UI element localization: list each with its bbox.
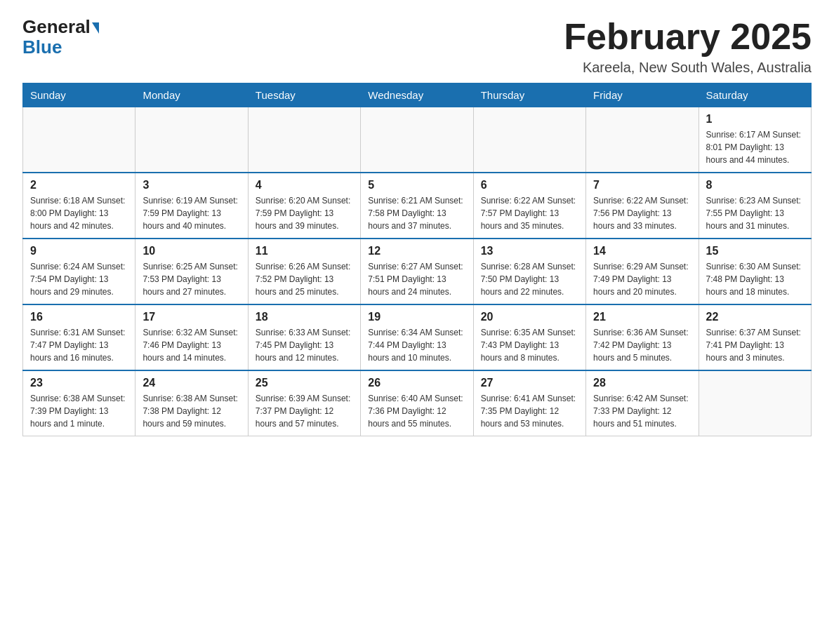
day-number: 26 (368, 377, 465, 389)
logo-text: General Blue (22, 17, 99, 57)
calendar-cell: 24Sunrise: 6:38 AM Sunset: 7:38 PM Dayli… (135, 370, 248, 436)
calendar-cell: 26Sunrise: 6:40 AM Sunset: 7:36 PM Dayli… (361, 370, 473, 436)
day-number: 10 (143, 245, 240, 257)
day-info: Sunrise: 6:40 AM Sunset: 7:36 PM Dayligh… (368, 392, 465, 430)
calendar-cell: 15Sunrise: 6:30 AM Sunset: 7:48 PM Dayli… (699, 239, 811, 304)
calendar-cell: 11Sunrise: 6:26 AM Sunset: 7:52 PM Dayli… (248, 239, 360, 304)
day-number: 14 (593, 245, 691, 257)
calendar-header-sunday: Sunday (23, 83, 135, 107)
title-area: February 2025 Kareela, New South Wales, … (564, 17, 812, 76)
day-number: 21 (593, 311, 691, 323)
logo-blue: Blue (22, 36, 62, 58)
day-info: Sunrise: 6:38 AM Sunset: 7:39 PM Dayligh… (30, 392, 128, 430)
calendar-cell: 17Sunrise: 6:32 AM Sunset: 7:46 PM Dayli… (135, 304, 248, 370)
day-number: 2 (30, 179, 128, 192)
calendar-cell: 14Sunrise: 6:29 AM Sunset: 7:49 PM Dayli… (586, 239, 699, 304)
calendar-week-row: 16Sunrise: 6:31 AM Sunset: 7:47 PM Dayli… (23, 304, 812, 370)
calendar-cell: 22Sunrise: 6:37 AM Sunset: 7:41 PM Dayli… (699, 304, 811, 370)
day-info: Sunrise: 6:25 AM Sunset: 7:53 PM Dayligh… (143, 260, 240, 298)
day-number: 12 (368, 245, 465, 257)
calendar-cell: 12Sunrise: 6:27 AM Sunset: 7:51 PM Dayli… (361, 239, 473, 304)
day-info: Sunrise: 6:26 AM Sunset: 7:52 PM Dayligh… (256, 260, 353, 298)
day-info: Sunrise: 6:24 AM Sunset: 7:54 PM Dayligh… (30, 260, 128, 298)
calendar-cell: 18Sunrise: 6:33 AM Sunset: 7:45 PM Dayli… (248, 304, 360, 370)
calendar-cell: 19Sunrise: 6:34 AM Sunset: 7:44 PM Dayli… (361, 304, 473, 370)
calendar-week-row: 2Sunrise: 6:18 AM Sunset: 8:00 PM Daylig… (23, 173, 812, 239)
day-info: Sunrise: 6:22 AM Sunset: 7:57 PM Dayligh… (481, 194, 578, 232)
calendar-cell: 8Sunrise: 6:23 AM Sunset: 7:55 PM Daylig… (699, 173, 811, 239)
day-number: 28 (593, 377, 691, 389)
day-number: 17 (143, 311, 240, 323)
day-info: Sunrise: 6:38 AM Sunset: 7:38 PM Dayligh… (143, 392, 240, 430)
calendar-week-row: 1Sunrise: 6:17 AM Sunset: 8:01 PM Daylig… (23, 107, 812, 173)
day-info: Sunrise: 6:42 AM Sunset: 7:33 PM Dayligh… (593, 392, 691, 430)
day-info: Sunrise: 6:20 AM Sunset: 7:59 PM Dayligh… (256, 194, 353, 232)
location-title: Kareela, New South Wales, Australia (564, 60, 812, 76)
calendar-cell (473, 107, 585, 173)
day-number: 25 (256, 377, 353, 389)
calendar-cell: 7Sunrise: 6:22 AM Sunset: 7:56 PM Daylig… (586, 173, 699, 239)
day-info: Sunrise: 6:36 AM Sunset: 7:42 PM Dayligh… (593, 326, 691, 364)
calendar-cell: 5Sunrise: 6:21 AM Sunset: 7:58 PM Daylig… (361, 173, 473, 239)
calendar-cell: 21Sunrise: 6:36 AM Sunset: 7:42 PM Dayli… (586, 304, 699, 370)
day-info: Sunrise: 6:21 AM Sunset: 7:58 PM Dayligh… (368, 194, 465, 232)
calendar-header-thursday: Thursday (473, 83, 585, 107)
calendar-cell: 3Sunrise: 6:19 AM Sunset: 7:59 PM Daylig… (135, 173, 248, 239)
calendar-cell: 2Sunrise: 6:18 AM Sunset: 8:00 PM Daylig… (23, 173, 135, 239)
day-info: Sunrise: 6:27 AM Sunset: 7:51 PM Dayligh… (368, 260, 465, 298)
day-info: Sunrise: 6:31 AM Sunset: 7:47 PM Dayligh… (30, 326, 128, 364)
calendar-header-wednesday: Wednesday (361, 83, 473, 107)
day-number: 23 (30, 377, 128, 389)
calendar-cell: 27Sunrise: 6:41 AM Sunset: 7:35 PM Dayli… (473, 370, 585, 436)
day-number: 16 (30, 311, 128, 323)
calendar-week-row: 23Sunrise: 6:38 AM Sunset: 7:39 PM Dayli… (23, 370, 812, 436)
day-number: 11 (256, 245, 353, 257)
day-info: Sunrise: 6:17 AM Sunset: 8:01 PM Dayligh… (706, 128, 804, 166)
day-info: Sunrise: 6:18 AM Sunset: 8:00 PM Dayligh… (30, 194, 128, 232)
day-number: 20 (481, 311, 578, 323)
calendar-cell (248, 107, 360, 173)
calendar-cell (23, 107, 135, 173)
calendar-header-monday: Monday (135, 83, 248, 107)
calendar-cell: 1Sunrise: 6:17 AM Sunset: 8:01 PM Daylig… (699, 107, 811, 173)
day-number: 7 (593, 179, 691, 192)
day-number: 6 (481, 179, 578, 192)
logo-triangle-icon (92, 22, 99, 34)
calendar-cell: 6Sunrise: 6:22 AM Sunset: 7:57 PM Daylig… (473, 173, 585, 239)
calendar-cell: 9Sunrise: 6:24 AM Sunset: 7:54 PM Daylig… (23, 239, 135, 304)
calendar-cell: 4Sunrise: 6:20 AM Sunset: 7:59 PM Daylig… (248, 173, 360, 239)
day-number: 13 (481, 245, 578, 257)
day-info: Sunrise: 6:28 AM Sunset: 7:50 PM Dayligh… (481, 260, 578, 298)
calendar-cell (699, 370, 811, 436)
logo: General Blue (22, 17, 99, 57)
calendar-cell: 16Sunrise: 6:31 AM Sunset: 7:47 PM Dayli… (23, 304, 135, 370)
calendar-cell (135, 107, 248, 173)
calendar-table: SundayMondayTuesdayWednesdayThursdayFrid… (22, 83, 812, 436)
day-info: Sunrise: 6:22 AM Sunset: 7:56 PM Dayligh… (593, 194, 691, 232)
day-number: 9 (30, 245, 128, 257)
calendar-cell: 13Sunrise: 6:28 AM Sunset: 7:50 PM Dayli… (473, 239, 585, 304)
day-number: 3 (143, 179, 240, 192)
calendar-cell (361, 107, 473, 173)
calendar-cell: 20Sunrise: 6:35 AM Sunset: 7:43 PM Dayli… (473, 304, 585, 370)
calendar-week-row: 9Sunrise: 6:24 AM Sunset: 7:54 PM Daylig… (23, 239, 812, 304)
calendar-cell: 23Sunrise: 6:38 AM Sunset: 7:39 PM Dayli… (23, 370, 135, 436)
calendar-cell (586, 107, 699, 173)
day-number: 1 (706, 113, 804, 126)
day-number: 24 (143, 377, 240, 389)
day-info: Sunrise: 6:23 AM Sunset: 7:55 PM Dayligh… (706, 194, 804, 232)
day-info: Sunrise: 6:29 AM Sunset: 7:49 PM Dayligh… (593, 260, 691, 298)
day-info: Sunrise: 6:33 AM Sunset: 7:45 PM Dayligh… (256, 326, 353, 364)
day-info: Sunrise: 6:41 AM Sunset: 7:35 PM Dayligh… (481, 392, 578, 430)
calendar-cell: 10Sunrise: 6:25 AM Sunset: 7:53 PM Dayli… (135, 239, 248, 304)
day-number: 5 (368, 179, 465, 192)
calendar-header-saturday: Saturday (699, 83, 811, 107)
day-number: 19 (368, 311, 465, 323)
day-number: 22 (706, 311, 804, 323)
calendar-header-row: SundayMondayTuesdayWednesdayThursdayFrid… (23, 83, 812, 107)
page-header: General Blue February 2025 Kareela, New … (22, 17, 812, 76)
day-number: 27 (481, 377, 578, 389)
day-number: 4 (256, 179, 353, 192)
day-info: Sunrise: 6:34 AM Sunset: 7:44 PM Dayligh… (368, 326, 465, 364)
day-info: Sunrise: 6:19 AM Sunset: 7:59 PM Dayligh… (143, 194, 240, 232)
